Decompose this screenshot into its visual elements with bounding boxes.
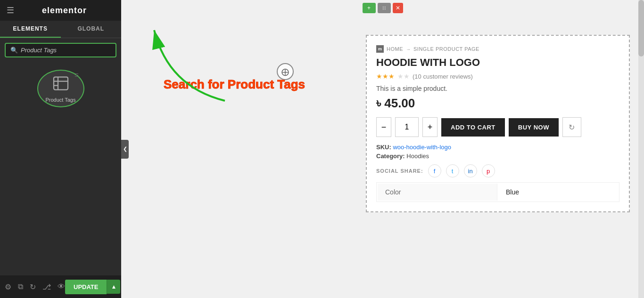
bottom-bar: ⚙ ⧉ ↻ ⎇ 👁 UPDATE ▲ [0,275,121,298]
update-dropdown-button[interactable]: ▲ [107,280,120,294]
add-to-cart-button[interactable]: ADD TO CART [441,118,505,137]
breadcrumb-home: HOME [387,46,403,52]
layers-icon[interactable]: ⧉ [18,282,23,291]
search-input[interactable] [21,47,111,54]
quantity-input[interactable] [395,117,419,137]
element-label: Product Tags [45,97,75,103]
sku-label: SKU: [376,144,391,151]
social-share-row: SOCIAL SHARE: f t in p [376,164,619,177]
main-area: ❮ + ⁝⁝ ✕ Search for Product Tags ⨁ m HOM… [121,0,644,298]
filled-stars: ★★★ [376,72,395,80]
search-icon: 🔍 [10,47,18,54]
attribute-name: Color [378,184,497,201]
breadcrumb-page: SINGLE PRODUCT PAGE [413,46,479,52]
search-box[interactable]: 🔍 [5,43,116,57]
social-share-label: SOCIAL SHARE: [376,168,423,174]
twitter-share-button[interactable]: t [446,164,459,177]
attribute-row: Color Blue [378,184,618,201]
breadcrumb-arrow: → [406,47,411,52]
responsive-icon[interactable]: ⎇ [42,282,51,291]
attributes-table: Color Blue [376,182,619,202]
quantity-increase-button[interactable]: + [422,117,438,137]
sku-value: woo-hoodie-with-logo [393,144,451,151]
breadcrumb-home-icon: m [376,45,384,53]
canvas-area: Search for Product Tags ⨁ m HOME → SINGL… [121,16,644,298]
eye-icon[interactable]: 👁 [58,282,65,291]
empty-stars: ★★ [397,72,410,80]
svg-rect-0 [54,77,68,89]
elements-grid: ☰ Product Tags [0,62,121,115]
tabs-bar: ELEMENTS GLOBAL [0,21,121,38]
product-title: HOODIE WITH LOGO [376,56,619,69]
tab-elements[interactable]: ELEMENTS [0,21,61,38]
collapse-panel-button[interactable]: ❮ [121,140,129,159]
buy-now-button[interactable]: BUY NOW [509,118,559,137]
category-row: Category: Hoodies [376,153,619,160]
update-btn-group: UPDATE ▲ [65,280,120,294]
wishlist-button[interactable]: ↻ [562,117,581,137]
product-price: ৳ 45.00 [376,96,619,111]
elementor-logo: elementor [42,6,87,16]
update-button[interactable]: UPDATE [65,280,107,294]
pinterest-share-button[interactable]: p [482,164,495,177]
category-label: Category: [376,153,405,160]
attribute-value: Blue [498,184,618,201]
tab-global[interactable]: GLOBAL [61,21,122,38]
main-top-bar: + ⁝⁝ ✕ [121,0,644,16]
category-value: Hoodies [406,153,429,160]
element-icon [52,75,69,95]
hamburger-icon[interactable]: ☰ [7,5,14,16]
scrollbar[interactable] [638,0,644,298]
scrollbar-thumb[interactable] [638,0,644,56]
add-to-cart-row: − + ADD TO CART BUY NOW ↻ [376,117,619,137]
rating-row: ★★★ ★★ (10 customer reviews) [376,72,619,80]
quantity-decrease-button[interactable]: − [376,117,391,137]
annotation-arrow [140,21,244,105]
product-card: m HOME → SINGLE PRODUCT PAGE HOODIE WITH… [366,35,630,212]
product-tags-element[interactable]: ☰ Product Tags [37,70,84,107]
grid-view-button[interactable]: ⁝⁝ [378,3,391,13]
history-icon[interactable]: ↻ [30,282,36,291]
add-section-button[interactable]: + [363,3,376,13]
product-description: This is a simple product. [376,85,619,92]
drag-icon: ☰ [74,72,79,78]
left-panel: ☰ elementor ⁢ ELEMENTS GLOBAL 🔍 ☰ Produc… [0,0,121,298]
bottom-icons: ⚙ ⧉ ↻ ⎇ 👁 [5,282,65,291]
settings-icon[interactable]: ⚙ [5,282,11,291]
facebook-share-button[interactable]: f [428,164,441,177]
sku-row: SKU: woo-hoodie-with-logo [376,144,619,151]
linkedin-share-button[interactable]: in [464,164,477,177]
review-count[interactable]: (10 customer reviews) [413,73,473,80]
breadcrumb: m HOME → SINGLE PRODUCT PAGE [376,45,619,53]
close-widget-button[interactable]: ✕ [393,3,403,13]
top-bar: ☰ elementor ⁢ [0,0,121,21]
